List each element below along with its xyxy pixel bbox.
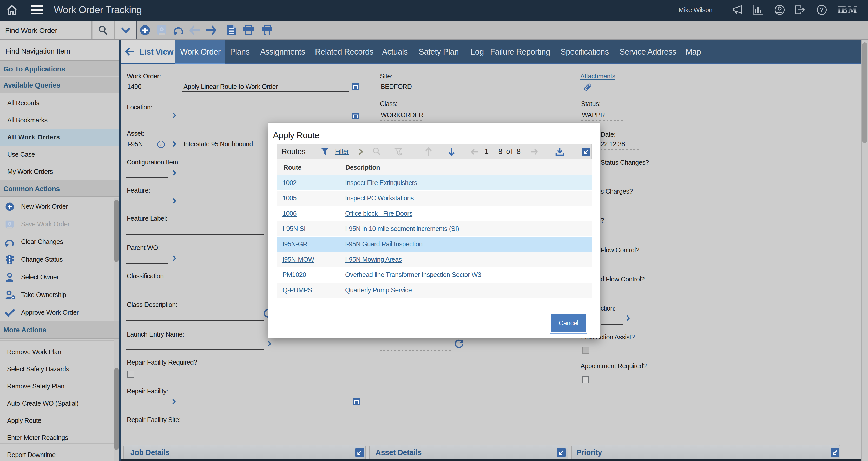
svg-text:i: i	[160, 142, 162, 147]
svg-text:?: ?	[820, 6, 824, 13]
